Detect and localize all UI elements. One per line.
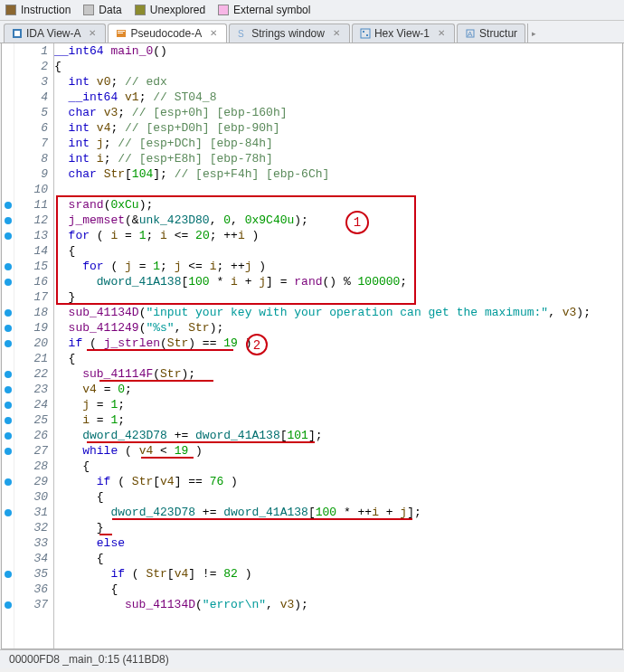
line-number[interactable]: 13: [14, 228, 48, 243]
code-line[interactable]: else: [54, 535, 622, 551]
breakpoint-slot[interactable]: [2, 582, 14, 597]
breakpoint-slot[interactable]: [2, 336, 14, 351]
line-number[interactable]: 8: [14, 151, 48, 166]
breakpoint-slot[interactable]: [2, 597, 14, 612]
line-number[interactable]: 14: [14, 243, 48, 259]
line-number[interactable]: 12: [14, 213, 48, 228]
code-line[interactable]: int v4; // [esp+D0h] [ebp-90h]: [54, 120, 622, 136]
breakpoint-slot[interactable]: [2, 43, 14, 59]
breakpoint-slot[interactable]: [2, 535, 14, 551]
code-line[interactable]: int i; // [esp+E8h] [ebp-78h]: [54, 151, 622, 166]
breakpoint-slot[interactable]: [2, 305, 14, 320]
code-line[interactable]: while ( v4 < 19 ): [54, 443, 622, 459]
line-number[interactable]: 24: [14, 397, 48, 412]
line-number[interactable]: 2: [14, 59, 48, 74]
line-number[interactable]: 29: [14, 474, 48, 489]
code-line[interactable]: sub_41114F(Str);: [54, 366, 622, 382]
line-number[interactable]: 9: [14, 166, 48, 182]
breakpoint-dot-icon[interactable]: [5, 217, 12, 224]
breakpoint-slot[interactable]: [2, 443, 14, 459]
pseudocode-editor[interactable]: 1234567891011121314151617181920212223242…: [1, 43, 623, 649]
line-number[interactable]: 27: [14, 443, 48, 459]
line-number[interactable]: 19: [14, 320, 48, 336]
tab-strings-window[interactable]: S Strings window ✕: [229, 24, 350, 43]
breakpoint-dot-icon[interactable]: [5, 263, 12, 270]
breakpoint-slot[interactable]: [2, 59, 14, 74]
code-line[interactable]: for ( i = 1; i <= 20; ++i ): [54, 228, 622, 243]
line-number[interactable]: 26: [14, 428, 48, 443]
breakpoint-dot-icon[interactable]: [5, 279, 12, 286]
breakpoint-slot[interactable]: [2, 412, 14, 428]
code-line[interactable]: dword_423D78 += dword_41A138[100 * ++i +…: [54, 505, 622, 520]
close-icon[interactable]: ✕: [87, 28, 98, 39]
breakpoint-dot-icon[interactable]: [5, 432, 12, 440]
breakpoint-slot[interactable]: [2, 120, 14, 136]
code-line[interactable]: {: [54, 582, 622, 597]
line-number[interactable]: 35: [14, 566, 48, 582]
line-number[interactable]: 4: [14, 90, 48, 105]
breakpoint-dot-icon[interactable]: [5, 309, 12, 317]
breakpoint-dot-icon[interactable]: [5, 325, 12, 332]
code-line[interactable]: char Str[104]; // [esp+F4h] [ebp-6Ch]: [54, 166, 622, 182]
breakpoint-slot[interactable]: [2, 213, 14, 228]
code-line[interactable]: j_memset(&unk_423D80, 0, 0x9C40u);: [54, 213, 622, 228]
line-number[interactable]: 34: [14, 551, 48, 566]
breakpoint-slot[interactable]: [2, 228, 14, 243]
code-line[interactable]: if ( j_strlen(Str) == 19 ): [54, 336, 622, 351]
line-number[interactable]: 33: [14, 535, 48, 551]
code-line[interactable]: __int64 main_0(): [54, 43, 622, 59]
code-line[interactable]: {: [54, 351, 622, 366]
code-line[interactable]: [54, 182, 622, 197]
tab-pseudocode-a[interactable]: Pseudocode-A ✕: [108, 24, 227, 43]
breakpoint-dot-icon[interactable]: [5, 417, 12, 424]
breakpoint-slot[interactable]: [2, 551, 14, 566]
code-line[interactable]: if ( Str[v4] == 76 ): [54, 474, 622, 489]
line-number[interactable]: 36: [14, 582, 48, 597]
breakpoint-slot[interactable]: [2, 505, 14, 520]
code-line[interactable]: {: [54, 551, 622, 566]
code-line[interactable]: int j; // [esp+DCh] [ebp-84h]: [54, 136, 622, 151]
code-line[interactable]: dword_423D78 += dword_41A138[101];: [54, 428, 622, 443]
line-number[interactable]: 32: [14, 520, 48, 535]
close-icon[interactable]: ✕: [436, 28, 447, 39]
line-number[interactable]: 21: [14, 351, 48, 366]
line-number[interactable]: 5: [14, 105, 48, 120]
breakpoint-dot-icon[interactable]: [5, 371, 12, 378]
breakpoint-slot[interactable]: [2, 136, 14, 151]
tab-hex-view-1[interactable]: Hex View-1 ✕: [352, 24, 455, 43]
code-line[interactable]: j = 1;: [54, 397, 622, 412]
line-number[interactable]: 1: [14, 43, 48, 59]
breakpoint-dot-icon[interactable]: [5, 509, 12, 516]
breakpoint-dot-icon[interactable]: [5, 202, 12, 209]
line-number[interactable]: 22: [14, 366, 48, 382]
code-line[interactable]: if ( Str[v4] != 82 ): [54, 566, 622, 582]
code-line[interactable]: int v0; // edx: [54, 74, 622, 90]
code-line[interactable]: dword_41A138[100 * i + j] = rand() % 100…: [54, 274, 622, 289]
line-number[interactable]: 23: [14, 382, 48, 397]
line-number[interactable]: 17: [14, 289, 48, 305]
breakpoint-slot[interactable]: [2, 166, 14, 182]
line-number[interactable]: 11: [14, 197, 48, 213]
close-icon[interactable]: ✕: [208, 28, 219, 39]
breakpoint-slot[interactable]: [2, 474, 14, 489]
breakpoint-slot[interactable]: [2, 151, 14, 166]
line-number-gutter[interactable]: 1234567891011121314151617181920212223242…: [14, 43, 54, 648]
line-number[interactable]: 30: [14, 489, 48, 505]
breakpoint-dot-icon[interactable]: [5, 448, 12, 455]
breakpoint-slot[interactable]: [2, 74, 14, 90]
breakpoint-slot[interactable]: [2, 428, 14, 443]
breakpoint-dot-icon[interactable]: [5, 340, 12, 347]
code-line[interactable]: __int64 v1; // ST04_8: [54, 90, 622, 105]
code-line[interactable]: v4 = 0;: [54, 382, 622, 397]
breakpoint-slot[interactable]: [2, 259, 14, 274]
code-line[interactable]: }: [54, 520, 622, 535]
breakpoint-slot[interactable]: [2, 366, 14, 382]
line-number[interactable]: 16: [14, 274, 48, 289]
breakpoint-dot-icon[interactable]: [5, 402, 12, 409]
breakpoint-slot[interactable]: [2, 351, 14, 366]
tab-scroll-right[interactable]: ▸: [527, 24, 540, 43]
breakpoint-dot-icon[interactable]: [5, 571, 12, 578]
line-number[interactable]: 7: [14, 136, 48, 151]
breakpoint-dot-icon[interactable]: [5, 601, 12, 609]
code-line[interactable]: sub_41134D("error\n", v3);: [54, 597, 622, 612]
